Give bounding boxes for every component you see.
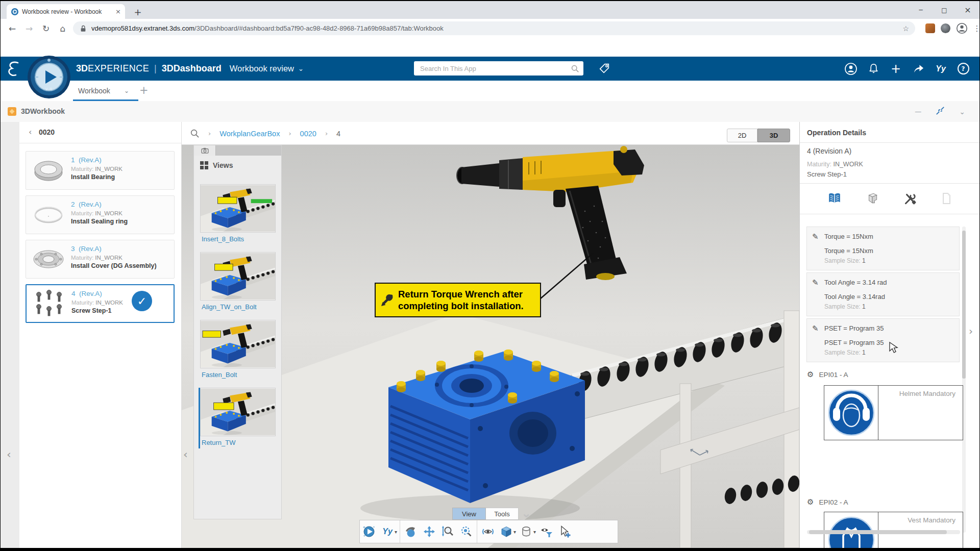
operation-revision: (Rev.A)	[79, 156, 102, 164]
extension-icon[interactable]	[941, 23, 950, 33]
compass-yy-icon[interactable]: Yy	[934, 62, 948, 76]
viewport-tab-view[interactable]: View	[452, 508, 486, 520]
window-minimize-button[interactable]: ─	[909, 1, 933, 19]
tag-button[interactable]	[597, 61, 612, 76]
breadcrumb-0020-link[interactable]: 0020	[300, 130, 316, 138]
tools-tab[interactable]	[902, 192, 917, 205]
document-tab-disabled[interactable]	[940, 192, 953, 205]
maturity-value: IN_WORK	[95, 255, 122, 261]
search-input[interactable]	[419, 64, 571, 73]
view-item-label[interactable]: Align_TW_on_Bolt	[200, 300, 277, 313]
brand-3d: 3D	[76, 63, 88, 74]
window-maximize-button[interactable]: □	[933, 1, 956, 19]
app-search-box[interactable]	[414, 61, 583, 76]
measurement-card-tool-angle[interactable]: ✎ Tool Angle = 3.14 rad Tool Angle = 3.1…	[806, 272, 960, 316]
collapse-views-chevron[interactable]: ‹	[183, 449, 188, 460]
new-tab-button[interactable]: +	[131, 5, 144, 18]
help-icon[interactable]: ?	[956, 62, 970, 76]
render-style-cylinder-button[interactable]	[517, 521, 535, 542]
share-icon[interactable]	[911, 62, 925, 76]
brand-app-name: 3DDashboard	[162, 63, 222, 74]
sample-size-value: 1	[862, 303, 866, 310]
viewport-tab-tools[interactable]: Tools	[486, 508, 519, 520]
operation-step-name: Screw Step-1	[807, 170, 847, 178]
search-icon[interactable]	[571, 64, 579, 73]
operation-card-1[interactable]: 1 (Rev.A) Maturity: IN_WORK Install Bear…	[26, 151, 175, 190]
pan-button[interactable]	[420, 521, 438, 542]
window-close-button[interactable]: ×	[956, 1, 979, 19]
dropdown-caret-icon[interactable]: ▾	[513, 529, 516, 535]
add-dashboard-tab-button[interactable]: +	[139, 81, 149, 101]
zoom-button[interactable]	[438, 521, 457, 542]
view-item-label[interactable]: Return_TW	[200, 436, 277, 448]
toggle-2d-button[interactable]: 2D	[727, 129, 757, 142]
views-camera-tab[interactable]	[194, 145, 216, 156]
compass-play-button[interactable]	[360, 521, 378, 542]
view-item-return-tw-selected[interactable]: Return_TW	[199, 388, 277, 448]
instructions-book-tab[interactable]	[827, 192, 842, 205]
widget-expand-chevron-icon[interactable]: ⌄	[959, 108, 965, 116]
browser-menu-kebab-icon[interactable]: ⋮	[969, 19, 979, 38]
url-host: vdemopro581dsy.extranet.3ds.com	[91, 24, 194, 32]
profile-avatar[interactable]	[956, 22, 968, 36]
operation-card-3[interactable]: 3 (Rev.A) Maturity: IN_WORK Install Cove…	[26, 240, 175, 279]
back-button[interactable]: ←	[5, 19, 20, 38]
epi01-table: Helmet Mandatory	[824, 385, 963, 440]
part-shape-tab[interactable]	[865, 192, 879, 205]
viewport-tabs-chevron-icon[interactable]: ⌄	[521, 506, 531, 520]
epi-name: EPI02 - A	[819, 498, 848, 506]
back-chevron-icon[interactable]: ‹	[29, 122, 32, 143]
view-item-label[interactable]: Insert_8_Bolts	[200, 233, 277, 245]
address-bar[interactable]: vdemopro581dsy.extranet.3ds.com/3DDashbo…	[73, 21, 915, 35]
breadcrumb-workplan-link[interactable]: WorkplanGearBox	[219, 130, 280, 138]
views-grid-icon	[200, 161, 208, 169]
dassault-3ds-logo	[5, 60, 23, 81]
collapse-left-gutter-chevron[interactable]: ‹	[7, 449, 11, 460]
hide-show-filter-button[interactable]	[537, 521, 555, 542]
rotate-hand-button[interactable]	[402, 521, 420, 542]
widget-minimize-button[interactable]: —	[915, 108, 921, 115]
fit-all-button[interactable]	[457, 521, 475, 542]
view-item-align-tw-on-bolt[interactable]: Align_TW_on_Bolt	[200, 252, 277, 313]
dropdown-caret-icon[interactable]: ▾	[533, 529, 536, 535]
home-button[interactable]: ⌂	[55, 19, 70, 38]
compass-yy-tool-button[interactable]: Yy	[378, 521, 397, 542]
tab-workbook-chevron-icon[interactable]: ⌄	[124, 81, 129, 101]
hand-return-icon	[380, 292, 395, 308]
details-horizontal-scrollbar[interactable]	[807, 530, 960, 534]
details-vertical-scrollbar[interactable]	[962, 227, 966, 533]
notifications-bell-icon[interactable]	[866, 62, 880, 76]
turn-head-button[interactable]	[479, 521, 497, 542]
maturity-label: Maturity:	[71, 166, 93, 172]
view-item-fasten-bolt[interactable]: Fasten_Bolt	[200, 320, 277, 381]
widget-collapse-button[interactable]	[936, 106, 945, 117]
tab-close-icon[interactable]: ×	[115, 8, 121, 15]
add-content-icon[interactable]: +	[889, 62, 903, 76]
expand-right-panel-chevron[interactable]: ›	[969, 326, 973, 336]
tab-workbook[interactable]: Workbook	[78, 81, 110, 101]
measurement-card-torque[interactable]: ✎ Torque = 15Nxm Torque = 15Nxm Sample S…	[806, 227, 960, 270]
epi-name: EPI01 - A	[819, 371, 848, 379]
view-item-insert-8-bolts[interactable]: Insert_8_Bolts	[200, 184, 277, 245]
operation-card-4-selected[interactable]: 4 (Rev.A) Maturity: IN_WORK Screw Step-1…	[26, 284, 175, 323]
reload-button[interactable]: ↻	[38, 19, 54, 38]
compass-logo[interactable]: V.R	[27, 55, 71, 99]
breadcrumb-search-icon[interactable]	[190, 129, 200, 138]
extension-icon[interactable]	[925, 23, 935, 33]
user-profile-icon[interactable]	[844, 62, 858, 76]
widget-header: 3DWorkbook — ⌄	[1, 101, 979, 122]
annotation-note[interactable]: Return Torque Wrench after completing bo…	[375, 283, 541, 317]
iso-view-cube-button[interactable]	[497, 521, 516, 542]
maturity-value: IN_WORK	[833, 161, 863, 168]
view-item-label[interactable]: Fasten_Bolt	[200, 368, 277, 381]
select-add-cursor-button[interactable]	[555, 521, 574, 542]
forward-button[interactable]: →	[21, 19, 37, 38]
bookmark-star-icon[interactable]: ☆	[902, 24, 909, 33]
operation-card-2[interactable]: 2 (Rev.A) Maturity: IN_WORK Install Seal…	[26, 195, 175, 234]
browser-tab[interactable]: Workbook review - Workbook ×	[7, 4, 125, 19]
measurement-card-pset[interactable]: ✎ PSET = Program 35 PSET = Program 35 Sa…	[806, 318, 960, 362]
toggle-3d-button[interactable]: 3D	[757, 129, 790, 142]
dashboard-title[interactable]: Workbook review	[230, 64, 294, 73]
dropdown-caret-icon[interactable]: ▾	[395, 529, 397, 535]
dashboard-title-chevron-icon[interactable]: ⌄	[298, 65, 304, 72]
